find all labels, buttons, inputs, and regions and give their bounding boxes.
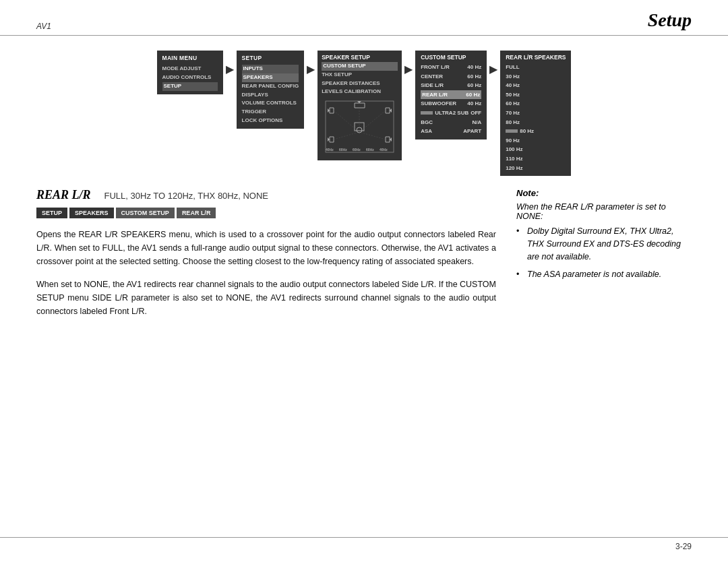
- breadcrumb-setup: SETUP: [36, 208, 67, 218]
- rear-item-40: 40 Hz: [506, 81, 566, 90]
- speaker-item-distances: SPEAKER DISTANCES: [322, 80, 398, 88]
- speaker-diagram: 40Hz 60Hz 60Hz 60Hz 40Hz: [322, 98, 398, 157]
- header-left-label: AV1: [36, 22, 51, 31]
- svg-text:60Hz: 60Hz: [366, 148, 374, 152]
- rear-lr-panel: REAR L/R SPEAKERS FULL 30 Hz 40 Hz 50 Hz…: [500, 51, 571, 176]
- custom-panel-title: CUSTOM SETUP: [421, 54, 481, 61]
- ultra2-bar: [421, 111, 433, 115]
- breadcrumb-custom-setup: CUSTOM SETUP: [116, 208, 175, 218]
- setup-panel-title: SETUP: [242, 54, 299, 63]
- custom-row-ultra2: ULTRA2 SUB OFF: [421, 108, 481, 118]
- svg-text:60Hz: 60Hz: [339, 148, 347, 152]
- section-title-row: REAR L/R FULL, 30Hz TO 120Hz, THX 80Hz, …: [36, 188, 496, 202]
- section-title: REAR L/R: [36, 188, 91, 202]
- rear-lr-block: REAR L/R SPEAKERS FULL 30 Hz 40 Hz 50 Hz…: [500, 51, 571, 176]
- main-menu-item-mode: MODE ADJUST: [162, 65, 218, 73]
- speaker-setup-title: SPEAKER SETUP: [322, 54, 398, 61]
- svg-line-14: [362, 111, 386, 130]
- setup-item-displays: DISPLAYS: [242, 91, 299, 100]
- custom-row-bgc: BGCN/A: [421, 118, 481, 127]
- custom-setup-panel: CUSTOM SETUP FRONT L/R40 Hz CENTER60 Hz …: [415, 51, 487, 139]
- left-column: REAR L/R FULL, 30Hz TO 120Hz, THX 80Hz, …: [36, 188, 496, 327]
- rear-item-90: 90 Hz: [506, 136, 566, 146]
- body-text-1: Opens the REAR L/R SPEAKERS menu, which …: [36, 228, 496, 268]
- setup-item-trigger: TRIGGER: [242, 108, 299, 117]
- breadcrumb-rear-lr: REAR L/R: [177, 208, 216, 218]
- section-subtitle: FULL, 30Hz TO 120Hz, THX 80Hz, NONE: [104, 191, 268, 201]
- svg-marker-3: [386, 108, 390, 113]
- svg-text:60Hz: 60Hz: [353, 148, 361, 152]
- breadcrumb-speakers: SPEAKERS: [69, 208, 114, 218]
- speaker-item-levels: LEVELS CALIBRATION: [322, 88, 398, 96]
- rear-lr-title: REAR L/R SPEAKERS: [506, 54, 566, 61]
- setup-block: SETUP INPUTS SPEAKERS REAR PANEL CONFIG …: [237, 51, 318, 129]
- speaker-item-custom: CUSTOM SETUP: [322, 62, 398, 71]
- setup-item-inputs: INPUTS: [242, 65, 299, 73]
- svg-marker-10: [386, 137, 390, 142]
- svg-line-16: [334, 133, 357, 139]
- speaker-item-thx: THX SETUP: [322, 71, 398, 80]
- arrow-1: ▶: [223, 63, 237, 75]
- main-content: REAR L/R FULL, 30Hz TO 120Hz, THX 80Hz, …: [0, 188, 728, 327]
- svg-marker-5: [355, 103, 365, 108]
- rear-item-30: 30 Hz: [506, 72, 566, 82]
- rear-80-bar: [506, 129, 518, 133]
- rear-item-60: 60 Hz: [506, 99, 566, 108]
- arrow-2: ▶: [304, 63, 317, 75]
- svg-text:40Hz: 40Hz: [326, 148, 334, 152]
- custom-row-asa: ASAAPART: [421, 127, 481, 136]
- main-menu-panel: MAIN MENU MODE ADJUST AUDIO CONTROLS SET…: [157, 51, 223, 94]
- note-bullet-2: The ASA parameter is not available.: [516, 268, 692, 281]
- note-title: Note:: [516, 188, 692, 198]
- svg-marker-1: [330, 108, 334, 113]
- setup-item-lock: LOCK OPTIONS: [242, 117, 299, 125]
- main-menu-item-audio: AUDIO CONTROLS: [162, 73, 218, 82]
- rear-item-50: 50 Hz: [506, 90, 566, 100]
- page-number: 3-29: [675, 542, 692, 551]
- custom-row-front: FRONT L/R40 Hz: [421, 63, 481, 72]
- note-list: Dolby Digital Surround EX, THX Ultra2, T…: [516, 225, 692, 281]
- speaker-diagram-svg: 40Hz 60Hz 60Hz 60Hz 40Hz: [324, 100, 395, 154]
- setup-item-rear: REAR PANEL CONFIG: [242, 82, 299, 91]
- speaker-setup-block: SPEAKER SETUP CUSTOM SETUP THX SETUP SPE…: [317, 51, 415, 160]
- custom-setup-block: CUSTOM SETUP FRONT L/R40 Hz CENTER60 Hz …: [415, 51, 500, 139]
- speaker-setup-panel: SPEAKER SETUP CUSTOM SETUP THX SETUP SPE…: [317, 51, 402, 160]
- rear-item-80-bar: 80 Hz: [506, 127, 566, 136]
- body-text-2: When set to NONE, the AV1 redirects rear…: [36, 278, 496, 318]
- custom-row-side: SIDE L/R60 Hz: [421, 81, 481, 90]
- svg-line-13: [334, 111, 357, 130]
- right-column: Note: When the REAR L/R parameter is set…: [516, 188, 692, 327]
- svg-text:40Hz: 40Hz: [380, 148, 388, 152]
- setup-item-volume: VOLUME CONTROLS: [242, 99, 299, 108]
- setup-item-speakers: SPEAKERS: [242, 73, 299, 82]
- custom-row-center: CENTER60 Hz: [421, 72, 481, 82]
- svg-rect-0: [326, 101, 394, 152]
- arrow-3: ▶: [402, 63, 415, 75]
- main-menu-item-setup: SETUP: [162, 82, 218, 91]
- custom-row-rear: REAR L/R60 Hz: [421, 90, 481, 100]
- rear-item-80: 80 Hz: [506, 118, 566, 127]
- rear-item-70: 70 Hz: [506, 108, 566, 118]
- main-menu-block: MAIN MENU MODE ADJUST AUDIO CONTROLS SET…: [157, 51, 237, 94]
- svg-point-12: [357, 127, 362, 133]
- svg-marker-8: [330, 137, 334, 142]
- rear-item-full: FULL: [506, 63, 566, 72]
- rear-item-100: 100 Hz: [506, 145, 566, 154]
- footer: 3-29: [0, 537, 728, 551]
- svg-line-17: [362, 133, 386, 139]
- rear-item-110: 110 Hz: [506, 154, 566, 164]
- header: AV1 Setup: [0, 0, 728, 36]
- header-right-label: Setup: [648, 9, 692, 31]
- menu-diagram: MAIN MENU MODE ADJUST AUDIO CONTROLS SET…: [0, 36, 728, 188]
- main-menu-title: MAIN MENU: [162, 54, 218, 63]
- breadcrumb: SETUP SPEAKERS CUSTOM SETUP REAR L/R: [36, 208, 496, 218]
- note-bullet-1: Dolby Digital Surround EX, THX Ultra2, T…: [516, 225, 692, 263]
- arrow-4: ▶: [487, 63, 500, 75]
- setup-panel: SETUP INPUTS SPEAKERS REAR PANEL CONFIG …: [237, 51, 305, 129]
- rear-item-120: 120 Hz: [506, 164, 566, 173]
- custom-row-subwoofer: SUBWOOFER40 Hz: [421, 99, 481, 108]
- note-intro: When the REAR L/R parameter is set to NO…: [516, 202, 692, 221]
